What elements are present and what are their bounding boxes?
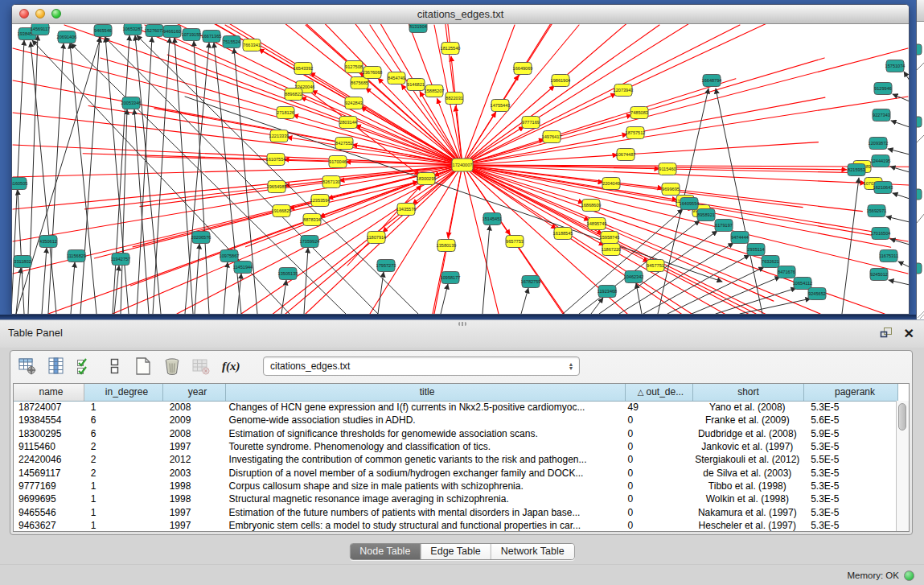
graph-node-label: 8471676 [778, 270, 795, 274]
graph-node-label: 19654985 [267, 184, 287, 189]
function-builder-icon[interactable]: f(x) [220, 356, 244, 377]
table-row[interactable]: 1456911722003Disruption of a novel membe… [14, 466, 897, 479]
graph-node-label: 9245012 [870, 272, 888, 277]
graph-edge [483, 225, 490, 314]
graph-edge [185, 97, 722, 282]
graph-node-label: 9457751 [647, 263, 664, 268]
graph-node-label: 9657753 [506, 239, 524, 244]
graph-node-label: 16107554 [266, 157, 286, 162]
traffic-lights [19, 9, 61, 19]
table-cell: 2012 [163, 454, 226, 465]
table-cell: 2009 [163, 414, 226, 426]
graph-node-label: 9170046 [329, 159, 347, 164]
graph-node-label: 20206576 [191, 235, 211, 240]
tab-node-table[interactable]: Node Table [350, 544, 421, 559]
graph-node-label: 15692971 [867, 208, 887, 213]
panel-resize-handle[interactable] [458, 322, 466, 326]
table-cell: 0 [625, 441, 692, 452]
table-row[interactable]: 969969511998Structural magnetic resonanc… [14, 492, 897, 505]
graph-node-label: 14755443 [491, 103, 511, 108]
graph-edge [64, 25, 462, 165]
node-table: namein_degreeyeartitle△out_de...shortpag… [13, 383, 910, 532]
memory-status-icon[interactable] [904, 571, 914, 581]
graph-node-label: 18757512 [626, 130, 646, 135]
graph-node-label: 8896822 [285, 92, 302, 97]
scrollbar-thumb[interactable] [898, 403, 906, 431]
graph-node-label: 9245652 [808, 291, 826, 296]
table-row[interactable]: 911546021997Tourette syndrome. Phenomeno… [14, 440, 897, 453]
graph-edge [319, 165, 462, 217]
tab-edge-table[interactable]: Edge Table [421, 544, 491, 559]
graph-edge [889, 280, 909, 285]
graph-edge [294, 115, 462, 165]
graph-edge [639, 58, 824, 113]
graph-node-label: 10674487 [616, 152, 636, 157]
table-cell: Tibbo et al. (1998) [692, 480, 803, 492]
column-header-title[interactable]: title [226, 384, 626, 401]
graph-node-label: 15885207 [425, 89, 445, 93]
close-window-icon[interactable] [19, 9, 29, 19]
graph-node-label: 10958177 [441, 275, 461, 280]
table-cell: 2 [84, 454, 163, 465]
table-settings-icon[interactable] [17, 356, 38, 377]
table-select-dropdown[interactable]: citations_edges.txt ▲▼ [263, 356, 580, 376]
graph-node-label: 16188545 [553, 231, 573, 236]
table-row[interactable]: 946554611997Estimation of the future num… [14, 505, 897, 518]
table-row[interactable]: 1830029562008Estimation of significance … [14, 427, 897, 440]
table-row[interactable]: 946362711997Embryonic stem cells: a mode… [14, 519, 897, 531]
graph-node-label: 15751074 [885, 64, 906, 68]
graph-node-label: 8822031 [446, 96, 463, 101]
table-row[interactable]: 1872400712008Changes of HCN gene express… [14, 401, 897, 414]
close-panel-icon[interactable]: ✕ [904, 328, 914, 340]
network-canvas[interactable]: 1830029516543392224200468896822912750886… [12, 24, 909, 314]
graph-node-label: 9465546 [94, 28, 112, 33]
column-header-name[interactable]: name [14, 384, 84, 401]
table-cell: 1 [84, 402, 163, 413]
table-cell: 0 [625, 454, 692, 465]
new-file-icon[interactable] [133, 356, 154, 377]
table-row[interactable]: 977716911998Corpus callosum shape and si… [14, 480, 897, 492]
select-rows-icon[interactable] [75, 356, 96, 377]
graph-node-label: 16543392 [294, 66, 314, 71]
minimize-window-icon[interactable] [35, 9, 45, 19]
cells-icon[interactable] [104, 356, 125, 377]
column-header-short[interactable]: short [693, 384, 804, 401]
graph-node-label: 14569117 [31, 27, 50, 31]
table-row[interactable]: 1938455462009Genome-wide association stu… [14, 414, 897, 426]
graph-node-label: 10719155 [182, 32, 202, 37]
delete-icon[interactable] [162, 356, 183, 377]
graph-node-label: 3311802 [14, 259, 31, 264]
table-cell: 2 [84, 468, 163, 479]
graph-node-label: 2803144 [339, 120, 357, 125]
table-row[interactable]: 2242004622012Investigating the contribut… [14, 453, 897, 466]
column-header-out_de[interactable]: △out_de... [626, 384, 693, 401]
table-cell: 5.3E-5 [803, 402, 897, 413]
table-cell: Structural magnetic resonance image aver… [226, 493, 625, 505]
graph-edge [462, 165, 499, 314]
graph-node-label: 12353594 [310, 198, 331, 203]
table-cell: Nakamura et al. (1997) [692, 507, 803, 518]
column-header-pagerank[interactable]: pagerank [804, 384, 898, 401]
zoom-window-icon[interactable] [51, 9, 61, 19]
float-panel-icon[interactable] [880, 327, 893, 341]
graph-edge [48, 43, 64, 314]
tab-network-table[interactable]: Network Table [491, 544, 574, 559]
graph-node-label: 7485083 [630, 110, 648, 115]
table-scrollbar[interactable] [896, 401, 909, 531]
column-header-in_degree[interactable]: in_degree [84, 384, 163, 401]
table-cell: 1 [84, 480, 163, 492]
table-cell: 9465546 [14, 507, 84, 518]
table-toolbar-box: f(x) citations_edges.txt ▲▼ namein_degre… [10, 350, 913, 535]
table-cell: Investigating the contribution of common… [226, 454, 625, 465]
network-window: citations_edges.txt 18300295165433922242… [11, 4, 910, 315]
show-columns-icon[interactable] [46, 356, 67, 377]
network-window-titlebar[interactable]: citations_edges.txt [12, 5, 909, 24]
graph-node-label: 7663341 [243, 43, 261, 47]
column-header-year[interactable]: year [163, 384, 226, 401]
graph-node-label: 10653287 [123, 27, 143, 31]
graph-node-label: 9699695 [662, 187, 680, 192]
table-cell: Wolkin et al. (1998) [692, 493, 803, 505]
table-cell: 6 [84, 414, 163, 426]
graph-node-label: 11867220 [602, 247, 621, 252]
table-header-row: namein_degreeyeartitle△out_de...shortpag… [14, 384, 909, 402]
